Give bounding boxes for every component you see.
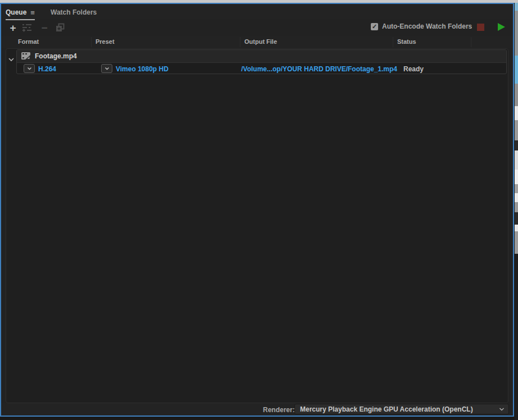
chevron-down-icon: [27, 67, 32, 70]
renderer-bar: Renderer: Mercury Playback Engine GPU Ac…: [1, 403, 513, 416]
queue-item-group[interactable]: Footage.mp4 H.264 Vimeo 1080p HD /Volume…: [16, 49, 507, 74]
header-preset: Preset: [96, 38, 115, 45]
chevron-down-icon: [104, 67, 110, 70]
column-divider[interactable]: [393, 37, 393, 47]
auto-encode-label: Auto-Encode Watch Folders: [382, 22, 472, 30]
remove-button[interactable]: −: [38, 21, 51, 34]
queue-toolbar: + − ✓ Auto-Enco: [1, 19, 513, 36]
add-output-button[interactable]: [21, 21, 34, 34]
add-source-button[interactable]: +: [7, 21, 19, 34]
adjacent-panel-sliver: [515, 0, 518, 420]
item-disclosure-chevron[interactable]: [8, 54, 16, 60]
renderer-label: Renderer:: [263, 406, 295, 414]
tab-queue[interactable]: Queue ≡: [6, 7, 35, 18]
auto-encode-toggle[interactable]: ✓ Auto-Encode Watch Folders: [371, 22, 472, 30]
queue-item-header[interactable]: Footage.mp4: [17, 50, 506, 63]
queue-panel: Queue ≡ Watch Folders + −: [0, 3, 514, 417]
plus-icon: +: [10, 22, 16, 33]
play-icon: [497, 22, 506, 31]
stop-queue-button[interactable]: [477, 24, 484, 31]
header-status: Status: [397, 38, 416, 45]
column-divider[interactable]: [471, 37, 471, 47]
checkbox-checked-icon[interactable]: ✓: [371, 23, 378, 30]
source-filename: Footage.mp4: [35, 52, 77, 60]
column-divider[interactable]: [240, 37, 240, 47]
panel-menu-icon[interactable]: ≡: [30, 9, 35, 16]
minus-icon: −: [41, 22, 47, 33]
queue-table-header: Format Preset Output File Status: [1, 36, 513, 48]
start-queue-button[interactable]: [497, 22, 506, 31]
tab-watch-folders[interactable]: Watch Folders: [51, 8, 97, 16]
duplicate-icon: [56, 23, 65, 32]
output-file-link[interactable]: /Volume...op/YOUR HARD DRIVE/Footage_1.m…: [241, 65, 397, 73]
header-output-file: Output File: [244, 38, 277, 45]
preset-link[interactable]: Vimeo 1080p HD: [116, 65, 169, 73]
queue-list-area: Footage.mp4 H.264 Vimeo 1080p HD /Volume…: [6, 48, 508, 403]
output-row[interactable]: H.264 Vimeo 1080p HD /Volume...op/YOUR H…: [17, 63, 506, 74]
add-output-icon: [22, 23, 33, 33]
renderer-value: Mercury Playback Engine GPU Acceleration…: [295, 405, 499, 413]
chevron-down-icon: [499, 408, 505, 411]
renderer-dropdown[interactable]: Mercury Playback Engine GPU Acceleration…: [294, 404, 509, 414]
preset-dropdown[interactable]: [101, 64, 112, 73]
chevron-down-icon: [8, 57, 15, 62]
format-dropdown[interactable]: [24, 64, 35, 73]
duplicate-button[interactable]: [54, 21, 66, 34]
header-format: Format: [18, 38, 39, 45]
column-divider[interactable]: [91, 37, 92, 47]
video-source-icon: [21, 52, 31, 60]
panel-tab-bar: Queue ≡ Watch Folders: [1, 4, 513, 19]
status-text: Ready: [403, 65, 424, 73]
tab-queue-label: Queue: [6, 8, 26, 16]
format-link[interactable]: H.264: [38, 65, 56, 73]
